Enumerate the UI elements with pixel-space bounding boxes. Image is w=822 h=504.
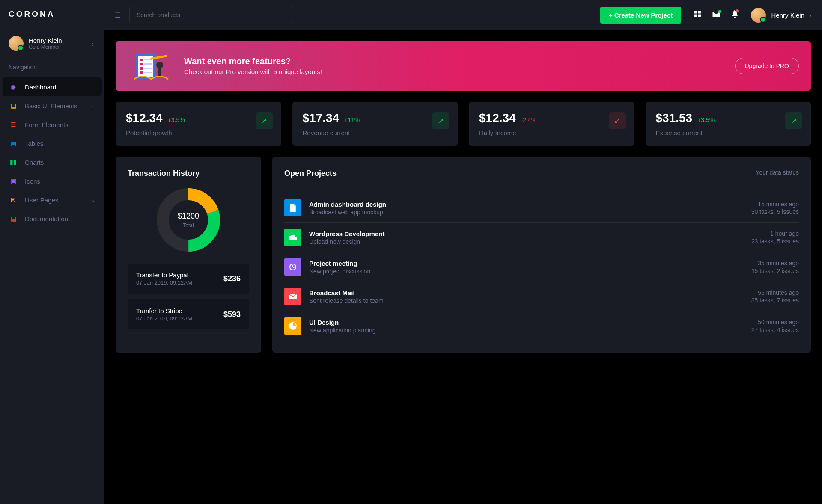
svg-rect-8 (140, 67, 143, 70)
create-project-button[interactable]: + Create New Project (600, 7, 682, 24)
user-menu[interactable]: Henry Klein ▾ (751, 8, 812, 23)
project-desc: New project discussion (309, 268, 751, 275)
username-label: Henry Klein (771, 12, 804, 19)
svg-rect-3 (698, 15, 701, 17)
file-document-icon: ▤ (9, 215, 17, 222)
svg-rect-1 (698, 11, 701, 13)
upgrade-banner: Want even more features? Check out our P… (116, 41, 811, 91)
sidebar-item-user-pages[interactable]: ⛨ User Pages ⌄ (3, 190, 102, 209)
project-item[interactable]: Wordpress Development Upload new design … (284, 223, 799, 252)
sidebar-item-form[interactable]: ☰ Form Elements (3, 115, 102, 134)
chevron-down-icon: ⌄ (92, 198, 95, 202)
project-stats: 35 tasks, 7 issues (751, 297, 799, 304)
mail-icon (284, 288, 301, 305)
txn-amount: $236 (223, 274, 241, 283)
project-time: 35 minutes ago (751, 260, 799, 267)
txn-date: 07 Jan 2019, 09:12AM (136, 279, 223, 286)
stat-change: +11% (344, 116, 360, 123)
arrow-up-icon: ↗ (256, 112, 273, 129)
stat-label: Potential growth (126, 129, 271, 136)
donut-label: Total (183, 222, 194, 228)
chevron-down-icon: ⌄ (92, 104, 95, 108)
project-title: Project meeting (309, 260, 751, 267)
chart-bar-icon: ▮▮ (9, 158, 17, 166)
mail-icon[interactable] (712, 11, 720, 19)
stat-change: -2.4% (521, 116, 537, 123)
project-desc: Sent release details to team (309, 297, 751, 304)
security-icon: ⛨ (9, 196, 17, 204)
topbar: ☰ + Create New Project Henry Klei (104, 0, 822, 30)
svg-rect-0 (695, 11, 697, 13)
file-icon (284, 199, 301, 216)
arrow-up-icon: ↗ (785, 112, 802, 129)
transaction-item[interactable]: Tranfer to Stripe 07 Jan 2019, 09:12AM $… (128, 299, 249, 329)
panel-title: Open Projects (284, 169, 337, 178)
project-time: 50 minutes ago (751, 319, 799, 326)
arrow-down-icon: ↙ (609, 112, 626, 129)
transaction-history-panel: Transaction History $1200 Total (116, 157, 261, 353)
project-title: UI Design (309, 319, 751, 326)
profile-card[interactable]: Henry Klein Gold Member ⋮ (0, 28, 104, 58)
stat-change: +3.5% (697, 116, 715, 123)
sidebar-item-dashboard[interactable]: ◉ Dashboard (3, 77, 102, 96)
sidebar-item-label: Charts (25, 159, 44, 166)
clock-icon (284, 258, 301, 276)
chevron-down-icon: ▾ (810, 13, 812, 18)
stat-value: $31.53 (656, 111, 693, 125)
pie-icon (284, 317, 301, 335)
sidebar-item-label: Basic UI Elements (25, 102, 77, 110)
project-stats: 23 tasks, 5 issues (751, 238, 799, 245)
project-title: Admin dashboard design (309, 201, 751, 208)
project-item[interactable]: Admin dashboard design Broadcast web app… (284, 193, 799, 223)
stat-card-expense: $31.53 +3.5% Expense current ↗ (646, 102, 811, 146)
sidebar-item-basic-ui[interactable]: ▦ Basic UI Elements ⌄ (3, 96, 102, 115)
sidebar-item-tables[interactable]: ▦ Tables (3, 134, 102, 153)
upgrade-button[interactable]: Upgrade to PRO (735, 58, 799, 74)
project-stats: 30 tasks, 5 issues (751, 208, 799, 215)
profile-menu-icon[interactable]: ⋮ (90, 40, 96, 47)
grid-icon[interactable] (694, 10, 701, 20)
project-item[interactable]: Project meeting New project discussion 3… (284, 252, 799, 282)
project-time: 55 minutes ago (751, 289, 799, 296)
speedometer-icon: ◉ (9, 83, 17, 91)
project-title: Broadcast Mail (309, 289, 751, 296)
donut-value: $1200 (178, 212, 199, 221)
project-stats: 27 tasks, 4 issues (751, 326, 799, 333)
sidebar-item-icons[interactable]: ▣ Icons (3, 172, 102, 190)
project-time: 1 hour ago (751, 230, 799, 237)
search-input[interactable] (129, 6, 292, 24)
playlist-icon: ☰ (9, 121, 17, 128)
svg-rect-12 (144, 68, 152, 69)
project-item[interactable]: Broadcast Mail Sent release details to t… (284, 282, 799, 311)
svg-rect-2 (695, 15, 697, 17)
transaction-item[interactable]: Transfer to Paypal 07 Jan 2019, 09:12AM … (128, 264, 249, 294)
stat-label: Expense current (656, 129, 801, 136)
txn-title: Tranfer to Stripe (136, 307, 223, 314)
svg-rect-11 (144, 63, 152, 65)
project-stats: 15 tasks, 2 issues (751, 267, 799, 274)
sidebar-item-label: Dashboard (25, 83, 56, 91)
stat-label: Revenue current (303, 129, 448, 136)
sidebar-item-docs[interactable]: ▤ Documentation (3, 209, 102, 228)
stat-card-income: $12.34 -2.4% Daily Income ↙ (469, 102, 634, 146)
sidebar-item-label: Icons (25, 178, 40, 185)
sidebar: CORONA Henry Klein Gold Member ⋮ Navigat… (0, 0, 104, 504)
project-desc: Upload new design (309, 238, 751, 245)
stat-value: $17.34 (303, 111, 340, 125)
panel-title: Transaction History (128, 169, 249, 178)
svg-rect-13 (144, 72, 152, 73)
stat-card-revenue: $17.34 +11% Revenue current ↗ (292, 102, 458, 146)
banner-illustration (128, 49, 175, 83)
txn-date: 07 Jan 2019, 09:12AM (136, 315, 223, 322)
brand-logo[interactable]: CORONA (0, 0, 104, 28)
sidebar-item-label: Form Elements (25, 121, 68, 128)
sidebar-item-label: Documentation (25, 215, 68, 222)
sidebar-item-charts[interactable]: ▮▮ Charts (3, 153, 102, 172)
bell-icon[interactable] (731, 10, 738, 20)
svg-rect-7 (140, 63, 143, 65)
txn-title: Transfer to Paypal (136, 271, 223, 279)
banner-title: Want even more features? (184, 56, 322, 66)
avatar (751, 8, 766, 23)
menu-toggle-icon[interactable]: ☰ (115, 11, 121, 19)
project-item[interactable]: UI Design New application planning 50 mi… (284, 311, 799, 341)
